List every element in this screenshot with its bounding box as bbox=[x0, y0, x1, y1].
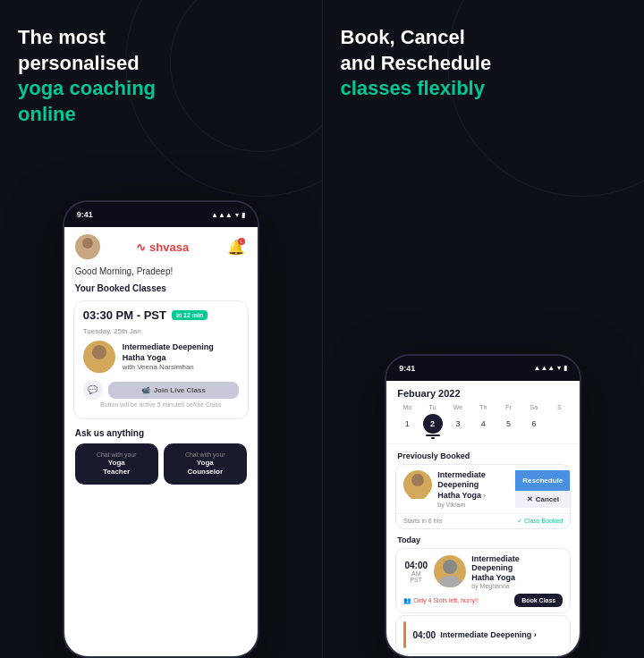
right-status-time: 9:41 bbox=[399, 364, 415, 373]
date-4[interactable]: 4 bbox=[473, 414, 493, 434]
btn-note: Button will be active 5 minutes before C… bbox=[83, 400, 239, 411]
class-info-row: Intermediate DeepeningHatha Yoga with Ve… bbox=[83, 341, 239, 373]
chat-teacher-label: Chat with yourYogaTeacher bbox=[80, 451, 153, 477]
booked-avatar-icon bbox=[403, 470, 432, 499]
right-phone-notch: 9:41 ▲▲▲ ▾ ▮ bbox=[386, 356, 580, 381]
class-date: Tuesday, 25th Jan bbox=[83, 327, 239, 335]
prev-booked-title: Previously Booked bbox=[386, 448, 580, 462]
svg-point-7 bbox=[439, 576, 461, 587]
day-tu: Tu bbox=[423, 404, 443, 410]
next-class-name: Intermediate Deepening › bbox=[440, 630, 537, 640]
day-th: Th bbox=[473, 404, 493, 410]
calendar-dates: 1 2 3 4 5 6 bbox=[397, 414, 569, 436]
day-su: S bbox=[549, 404, 569, 410]
booked-info: Intermediate DeepeningHatha Yoga › by Vi… bbox=[437, 470, 510, 508]
date-5[interactable]: 5 bbox=[499, 414, 519, 434]
left-panel: The most personalised yoga coaching onli… bbox=[0, 0, 323, 658]
header-line1: The most personalised yoga coaching onli… bbox=[18, 25, 304, 127]
right-phone-screen: Febuary 2022 Mo Tu We Th Fr Sa S 1 2 bbox=[386, 381, 580, 656]
date-6[interactable]: 6 bbox=[524, 414, 544, 434]
date-underline bbox=[426, 434, 440, 436]
phone-screen-left: ∿ shvasa 🔔 1 Good Morning, Pradeep! Your… bbox=[64, 227, 258, 656]
next-class-item: 04:00 Intermediate Deepening › bbox=[395, 615, 571, 654]
svg-point-0 bbox=[82, 238, 93, 249]
today-time-sub: AM bbox=[403, 570, 428, 577]
booked-section-title: Your Booked Classes bbox=[64, 280, 258, 297]
date-2-wrapper: 2 bbox=[423, 414, 443, 436]
right-battery-icon: ▮ bbox=[564, 364, 567, 372]
right-header: Book, Cancel and Reschedule classes flex… bbox=[323, 0, 645, 118]
today-time-main: 04:00 bbox=[403, 561, 428, 570]
class-teacher: with Veena Narsimhan bbox=[123, 363, 239, 371]
avatar-icon bbox=[75, 234, 100, 259]
user-avatar[interactable] bbox=[75, 234, 100, 259]
left-phone-container: 9:41 ▲▲▲ ▾ ▮ ∿ bbox=[63, 200, 259, 658]
right-phone-container: 9:41 ▲▲▲ ▾ ▮ Febuary 2022 Mo Tu We Th bbox=[385, 354, 581, 658]
notification-dot: 1 bbox=[238, 238, 245, 245]
right-signal-icon: ▲▲▲ bbox=[533, 364, 555, 372]
greeting-text: Good Morning, Pradeep! bbox=[64, 263, 258, 280]
svg-point-5 bbox=[408, 489, 428, 499]
svg-point-1 bbox=[80, 250, 96, 259]
chat-counselor-card[interactable]: Chat with yourYogaCounselor bbox=[164, 443, 247, 485]
date-2[interactable]: 2 bbox=[423, 414, 443, 434]
date-3[interactable]: 3 bbox=[448, 414, 468, 434]
ask-cards: Chat with yourYogaTeacher Chat with your… bbox=[75, 443, 247, 485]
today-time-block: 04:00 AM PST bbox=[403, 561, 428, 583]
class-time: 03:30 PM - PST bbox=[83, 308, 166, 322]
chat-icon-btn[interactable]: 💬 bbox=[83, 380, 103, 400]
right-panel: Book, Cancel and Reschedule classes flex… bbox=[323, 0, 645, 658]
chat-teacher-card[interactable]: Chat with yourYogaTeacher bbox=[75, 443, 158, 485]
wifi-icon: ▾ bbox=[235, 211, 239, 219]
today-class-info: Intermediate DeepeningHatha Yoga by Megh… bbox=[471, 554, 563, 589]
day-we: We bbox=[448, 404, 468, 410]
cancel-button[interactable]: ✕ Cancel bbox=[515, 491, 570, 508]
ask-section: Ask us anything Chat with yourYogaTeache… bbox=[64, 423, 258, 488]
svg-point-4 bbox=[411, 474, 424, 486]
date-extra bbox=[549, 414, 569, 434]
teacher-avatar-icon bbox=[83, 341, 115, 373]
left-header: The most personalised yoga coaching onli… bbox=[0, 0, 322, 143]
next-time-block: 04:00 bbox=[411, 630, 436, 640]
today-class-main: 04:00 AM PST Intermediate bbox=[403, 554, 563, 589]
status-time: 9:41 bbox=[77, 210, 93, 219]
calendar-month: Febuary 2022 bbox=[397, 388, 569, 399]
status-icons: ▲▲▲ ▾ ▮ bbox=[211, 211, 245, 219]
starts-in-text: Starts in 6 hrs bbox=[403, 518, 442, 524]
class-details: Intermediate DeepeningHatha Yoga with Ve… bbox=[123, 342, 239, 371]
today-timezone: PST bbox=[403, 577, 428, 583]
booked-main: Intermediate DeepeningHatha Yoga › by Vi… bbox=[396, 465, 570, 513]
join-live-class-button[interactable]: 📹 Join Live Class bbox=[108, 382, 239, 399]
booked-by: by Vikram bbox=[437, 502, 510, 508]
today-title: Today bbox=[386, 531, 580, 546]
notification-bell[interactable]: 🔔 1 bbox=[225, 236, 247, 257]
svg-point-3 bbox=[89, 361, 110, 373]
right-status-icons: ▲▲▲ ▾ ▮ bbox=[533, 364, 567, 372]
action-buttons: Reschedule ✕ Cancel bbox=[515, 470, 570, 508]
day-fr: Fr bbox=[499, 404, 519, 410]
app-logo: ∿ shvasa bbox=[136, 240, 189, 254]
cancel-x-icon: ✕ bbox=[527, 495, 533, 503]
class-booked-badge: ✓ Class Booked bbox=[517, 518, 563, 525]
booked-footer: Starts in 6 hrs ✓ Class Booked bbox=[396, 513, 570, 528]
right-phone: 9:41 ▲▲▲ ▾ ▮ Febuary 2022 Mo Tu We Th bbox=[385, 354, 581, 658]
day-mo: Mo bbox=[397, 404, 417, 410]
date-1[interactable]: 1 bbox=[397, 414, 417, 434]
signal-icon: ▲▲▲ bbox=[211, 211, 233, 219]
class-card: 03:30 PM - PST in 12 min Tuesday, 25th J… bbox=[73, 300, 249, 419]
book-class-button[interactable]: Book Class bbox=[514, 594, 563, 607]
booked-card: Intermediate DeepeningHatha Yoga › by Vi… bbox=[395, 464, 571, 529]
chat-icon: 💬 bbox=[88, 385, 97, 394]
class-time-row: 03:30 PM - PST in 12 min bbox=[83, 308, 239, 322]
next-class-left: 04:00 Intermediate Deepening › bbox=[411, 630, 563, 640]
teacher-avatar bbox=[83, 341, 115, 373]
reschedule-button[interactable]: Reschedule bbox=[515, 470, 570, 491]
right-wifi-icon: ▾ bbox=[557, 364, 561, 372]
next-time: 04:00 bbox=[411, 630, 436, 640]
left-phone: 9:41 ▲▲▲ ▾ ▮ ∿ bbox=[63, 200, 259, 658]
video-icon: 📹 bbox=[141, 386, 150, 394]
slots-warning: 👥 Only 4 Slots left, hurry!! bbox=[403, 597, 479, 604]
today-class-teacher: by Meghanna bbox=[471, 583, 563, 589]
svg-point-6 bbox=[443, 560, 457, 574]
day-sa: Sa bbox=[524, 404, 544, 410]
